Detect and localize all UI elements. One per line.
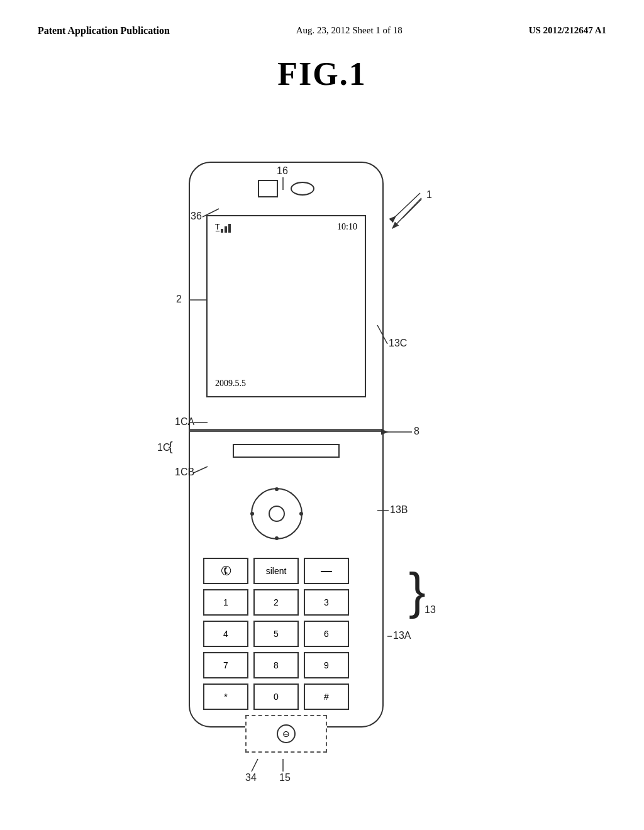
screen-date: 2009.5.5 — [215, 379, 246, 389]
antenna-symbol: T̲ — [215, 223, 219, 231]
key-3: 3 — [304, 589, 349, 616]
key-0: 0 — [253, 683, 299, 710]
label-ref13A: 13A — [393, 630, 411, 641]
svg-line-1 — [393, 198, 421, 228]
signal-bars — [221, 221, 231, 233]
end-key: — — [304, 558, 349, 584]
label-ref1C: 1C — [157, 442, 170, 453]
nav-dot-bottom — [275, 536, 279, 540]
connector-icon: ⊖ — [277, 724, 296, 743]
header: Patent Application Publication Aug. 23, … — [38, 25, 606, 36]
call-icon: ✆ — [218, 562, 235, 580]
nav-center-button — [269, 506, 285, 522]
screen-time: 10:10 — [337, 222, 357, 232]
key-star: * — [203, 683, 248, 710]
nav-dot-right — [299, 512, 303, 516]
key-2: 2 — [253, 589, 299, 616]
svg-line-0 — [402, 199, 421, 218]
speaker-icon — [291, 182, 314, 196]
signal-bar-1 — [221, 229, 223, 233]
connector-area: ⊖ — [245, 715, 327, 753]
header-center: Aug. 23, 2012 Sheet 1 of 18 — [296, 25, 402, 36]
key-6: 6 — [304, 621, 349, 647]
number-row-2: 4 5 6 — [203, 621, 349, 647]
number-row-1: 1 2 3 — [203, 589, 349, 616]
svg-line-15 — [395, 193, 420, 217]
diagram-area: T̲ 10:10 2009.5.5 — [38, 111, 606, 803]
number-row-4: * 0 # — [203, 683, 349, 710]
key-1: 1 — [203, 589, 248, 616]
header-right: US 2012/212647 A1 — [529, 25, 606, 36]
slide-bar-area — [189, 432, 384, 470]
label-ref13B: 13B — [390, 504, 408, 515]
camera-icon — [258, 180, 278, 197]
signal-bar-2 — [225, 226, 227, 233]
svg-text:{: { — [169, 440, 173, 453]
function-key-row: ✆ silent — — [203, 558, 349, 584]
slide-bar — [233, 444, 340, 458]
nav-dot-left — [250, 512, 254, 516]
key-8: 8 — [253, 652, 299, 678]
phone-screen: T̲ 10:10 2009.5.5 — [206, 215, 366, 397]
end-icon: — — [321, 565, 332, 578]
screen-status-bar: T̲ 10:10 — [208, 216, 365, 235]
svg-line-14 — [252, 759, 258, 772]
nav-circle-area — [245, 482, 308, 545]
svg-text:}: } — [409, 563, 426, 619]
key-5: 5 — [253, 621, 299, 647]
phone-top-inner — [201, 171, 371, 206]
header-left: Patent Application Publication — [38, 25, 170, 36]
nav-ring — [251, 488, 303, 540]
signal-area: T̲ — [215, 221, 231, 233]
nav-dot-top — [275, 487, 279, 491]
figure-title: FIG.1 — [38, 55, 606, 92]
label-ref13C: 13C — [389, 338, 407, 348]
key-hash: # — [304, 683, 349, 710]
label-ref8: 8 — [414, 426, 419, 436]
number-row-3: 7 8 9 — [203, 652, 349, 678]
label-ref1: 1 — [426, 189, 432, 200]
silent-key: silent — [253, 558, 299, 584]
page: Patent Application Publication Aug. 23, … — [0, 0, 644, 830]
label-ref13: 13 — [425, 604, 436, 615]
signal-bar-3 — [228, 224, 231, 233]
call-key: ✆ — [203, 558, 248, 584]
label-ref34: 34 — [245, 772, 257, 783]
label-ref2: 2 — [176, 294, 182, 304]
label-ref15: 15 — [279, 772, 291, 783]
key-4: 4 — [203, 621, 248, 647]
key-9: 9 — [304, 652, 349, 678]
key-7: 7 — [203, 652, 248, 678]
